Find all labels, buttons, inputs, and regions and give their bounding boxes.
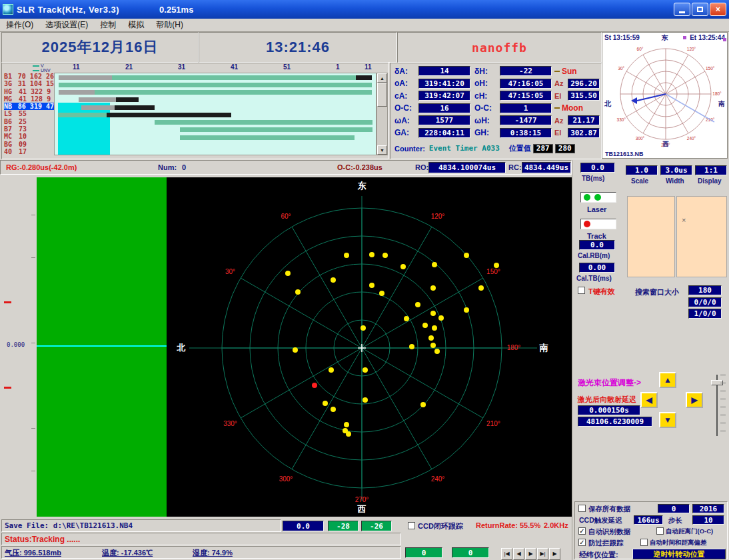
- telemetry-channel[interactable]: B625: [4, 118, 54, 125]
- anti-overlap-checkbox[interactable]: ✓: [578, 539, 586, 546]
- azimuth-label: 120°: [687, 47, 696, 51]
- auto-offset-checkbox[interactable]: [640, 539, 648, 546]
- scrollbar-thumb[interactable]: [377, 83, 387, 107]
- telemetry-channel[interactable]: HG41 322 9: [4, 88, 54, 95]
- ccd-delay-label: CCD触发延迟: [579, 516, 622, 525]
- down-arrow-icon: ▼: [664, 415, 672, 425]
- ccd-loop-checkbox[interactable]: [408, 522, 415, 529]
- beam-up-button[interactable]: ▲: [659, 372, 676, 388]
- scroll-down-button[interactable]: ▼: [377, 145, 387, 155]
- step-label: 步长: [668, 516, 682, 525]
- width-label: Width: [666, 177, 684, 185]
- echo-point: [379, 291, 384, 296]
- search-window-input[interactable]: 180: [688, 285, 722, 295]
- azimuth-label: 300°: [636, 136, 645, 141]
- beam-left-button[interactable]: ◀: [640, 392, 658, 408]
- telemetry-channel[interactable]: B773: [4, 125, 54, 133]
- moon-marker: [554, 107, 560, 109]
- sky-preview-panel: St 13:15:59 东 Et 13:25:44 30°60°120°150°…: [602, 32, 728, 159]
- tracking-data-panel: δA:14δH:-22oA:319:41:20oH:47:16:05cA:319…: [390, 63, 602, 159]
- echo-point: [430, 285, 436, 291]
- azimuth-label: 330°: [223, 420, 237, 427]
- restore-button[interactable]: [692, 3, 708, 16]
- moon-el-label: El: [554, 129, 568, 137]
- minimize-icon: [679, 11, 685, 13]
- offset-y-value: -26: [361, 521, 392, 531]
- scroll-up-button[interactable]: ▲: [377, 73, 387, 83]
- step-input[interactable]: 10: [692, 515, 724, 525]
- laser-label: Laser: [587, 205, 606, 213]
- transport-button[interactable]: ▶: [549, 548, 560, 560]
- echo-point: [293, 347, 298, 353]
- transport-button[interactable]: ◀: [513, 548, 524, 560]
- transport-button[interactable]: ▶: [525, 548, 536, 560]
- telemetry-bar: [180, 127, 372, 132]
- title-ms-value: 0.251ms: [159, 5, 193, 15]
- backscatter-value[interactable]: 0.000150s: [578, 405, 640, 415]
- transport-button[interactable]: |◀: [501, 548, 512, 560]
- tracking-row: cA:319:42:07cH:47:15:05: [394, 91, 554, 101]
- target-name: nanoffb: [472, 41, 527, 55]
- telemetry-channel[interactable]: BG09: [4, 140, 54, 147]
- menu-item[interactable]: 操作(O): [0, 18, 39, 32]
- auto-identify-checkbox[interactable]: ✓: [578, 527, 586, 535]
- main-plot-svg: 30°60°120°150°180°210°240°270°300°330°东南…: [167, 177, 572, 517]
- up-arrow-icon: ▲: [664, 375, 672, 385]
- echo-point: [464, 307, 469, 313]
- ruler-tick: [31, 215, 35, 215]
- ccd-delay-input[interactable]: 166us: [634, 515, 663, 525]
- echo-point: [295, 289, 301, 295]
- echo-point: [478, 285, 484, 291]
- telemetry-chart: [54, 73, 376, 155]
- scale-label: Scale: [631, 177, 648, 185]
- telemetry-channel[interactable]: B170 162 26: [4, 73, 54, 80]
- menu-item[interactable]: 模拟: [122, 18, 150, 32]
- moon-el-value: 302.87: [568, 128, 600, 138]
- position-label: 位置值: [509, 143, 531, 153]
- counter-box-1: 0: [405, 547, 442, 558]
- telemetry-channel[interactable]: 3G31 104 15: [4, 80, 54, 87]
- humidity-value: 湿度: 74.9%: [193, 548, 233, 558]
- echo-point: [363, 397, 368, 403]
- window-title: SLR Track(KHz, Ver3.3): [17, 5, 119, 15]
- transport-button[interactable]: ▶|: [537, 548, 548, 560]
- rc-label: RC:: [508, 163, 522, 171]
- telemetry-channel[interactable]: LS55: [4, 110, 54, 117]
- search-window-label: 搜索窗口大小: [635, 287, 679, 297]
- channel-list: B170 162 263G31 104 15HG41 322 9MG41 128…: [4, 73, 54, 155]
- cal-rb-value: 0.0: [579, 240, 615, 250]
- menu-item[interactable]: 选项设置(E): [39, 18, 94, 32]
- telemetry-channel[interactable]: MG41 128 9: [4, 95, 54, 103]
- azimuth-label: 300°: [279, 475, 293, 483]
- telemetry-channel[interactable]: MC10: [4, 133, 54, 140]
- azimuth-label: 60°: [281, 213, 291, 220]
- close-button[interactable]: ×: [710, 3, 726, 16]
- telemetry-scrollbar[interactable]: ▲ ▼: [376, 73, 388, 155]
- auto-gate-checkbox[interactable]: [656, 527, 664, 535]
- beam-right-button[interactable]: ▶: [686, 392, 703, 408]
- menu-item[interactable]: 控制: [94, 18, 122, 32]
- menu-item[interactable]: 帮助(H): [150, 18, 189, 32]
- weather-bar: 气压: 996.518mb 温度: -17.436℃ 湿度: 74.9%: [1, 546, 401, 559]
- minimize-button[interactable]: [674, 3, 690, 16]
- sun-az-label: Az: [554, 79, 568, 87]
- counter-value: Event Timer A033: [429, 144, 500, 153]
- sky-compass-north: 北: [604, 99, 611, 109]
- track-label: Track: [587, 232, 606, 240]
- tracking-row: δA:14δH:-22: [394, 66, 554, 76]
- t-key-checkbox[interactable]: [578, 287, 585, 294]
- axis-label: 11: [73, 63, 80, 71]
- telemetry-channel[interactable]: NB86 319 47: [4, 103, 54, 110]
- save-all-checkbox[interactable]: [578, 505, 586, 512]
- t-key-label: T键有效: [588, 287, 615, 297]
- mount-rotate-button[interactable]: 逆时针转动位置: [632, 549, 726, 559]
- beam-adjust-label: 激光束位置调整->: [578, 377, 641, 389]
- restore-icon: [697, 7, 703, 12]
- ro-value: 4834.100074us: [428, 162, 506, 173]
- axis-label: 1: [336, 63, 340, 71]
- telemetry-channel[interactable]: 4017: [4, 148, 54, 155]
- track-led-icon: [584, 221, 590, 227]
- beam-down-button[interactable]: ▼: [659, 412, 676, 428]
- echo-point: [369, 283, 374, 288]
- telemetry-bar: [59, 75, 112, 80]
